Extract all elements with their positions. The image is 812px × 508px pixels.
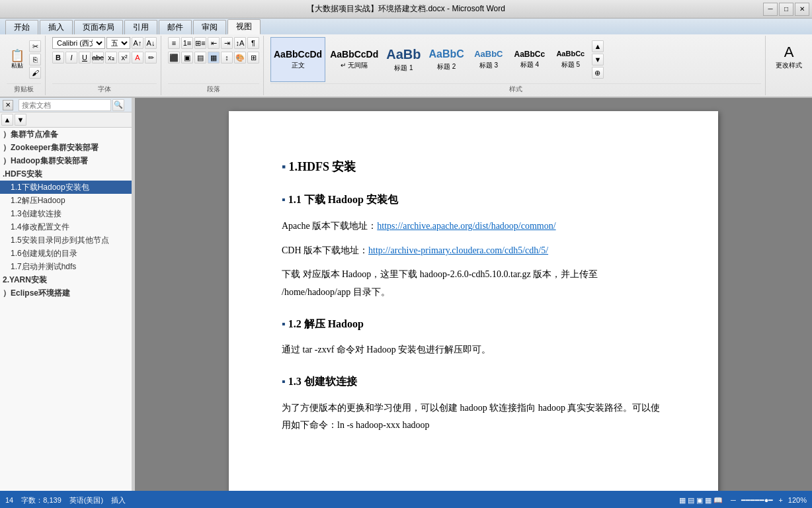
style-heading4[interactable]: AaBbCc 标题 4 bbox=[510, 37, 549, 82]
style-no-spacing-label: ↵ 无间隔 bbox=[341, 61, 368, 70]
style-heading1[interactable]: AaBb 标题 1 bbox=[383, 37, 424, 82]
doc-heading2-1: 1.1 下载 Hadoop 安装包 bbox=[282, 190, 665, 210]
nav-item-hdfs[interactable]: .HDFS安装 bbox=[0, 167, 132, 181]
nav-item-zookeeper[interactable]: ）Zookeeper集群安装部署 bbox=[0, 141, 132, 154]
close-button[interactable]: ✕ bbox=[795, 3, 809, 16]
nav-item-dirs[interactable]: 1.6创建规划的目录 bbox=[0, 247, 132, 260]
align-left-button[interactable]: ⬛ bbox=[168, 52, 180, 64]
style-heading1-label: 标题 1 bbox=[394, 64, 413, 73]
font-size-select[interactable]: 五号 bbox=[106, 37, 130, 49]
nav-item-extract-hadoop[interactable]: 1.2解压Hadoop bbox=[0, 194, 132, 207]
styles-scroll-down[interactable]: ▼ bbox=[592, 54, 604, 65]
align-right-button[interactable]: ▤ bbox=[194, 52, 206, 64]
copy-button[interactable]: ⎘ bbox=[29, 54, 41, 65]
status-bar: 14 字数：8,139 英语(美国) 插入 ▦ ▤ ▣ ▦ 📖 ─ ━━━━━●… bbox=[0, 491, 812, 508]
nav-item-hadoop-cluster[interactable]: ）Hadoop集群安装部署 bbox=[0, 154, 132, 167]
subscript-button[interactable]: x₂ bbox=[105, 52, 117, 64]
bold-button[interactable]: B bbox=[52, 52, 64, 64]
line-spacing-button[interactable]: ↕ bbox=[221, 52, 233, 64]
font-shrink-button[interactable]: A↓ bbox=[145, 37, 157, 49]
nav-item-yarn[interactable]: 2.YARN安装 bbox=[0, 273, 132, 286]
doc-para-extract: 通过 tar -zxvf 命令对 Hadoop 安装包进行解压即可。 bbox=[282, 341, 665, 359]
insert-mode[interactable]: 插入 bbox=[111, 495, 126, 505]
tab-references[interactable]: 引用 bbox=[124, 20, 157, 34]
zoom-out-button[interactable]: ─ bbox=[728, 496, 739, 504]
sidebar-toolbar: ▲ ▼ bbox=[0, 112, 132, 128]
highlight-button[interactable]: ✏ bbox=[145, 52, 157, 64]
tab-mailings[interactable]: 邮件 bbox=[159, 20, 192, 34]
nav-item-sync[interactable]: 1.5安装目录同步到其他节点 bbox=[0, 233, 132, 247]
multilevel-list-button[interactable]: ⊞≡ bbox=[194, 37, 206, 49]
maximize-button[interactable]: □ bbox=[779, 3, 793, 16]
italic-button[interactable]: I bbox=[65, 52, 77, 64]
font-group: Calibri (西文) 五号 A↑ A↓ B I U abc x₂ x² A bbox=[48, 36, 161, 95]
zoom-slider[interactable]: ━━━━━●━ bbox=[741, 496, 774, 505]
style-heading1-preview: AaBb bbox=[386, 46, 421, 62]
tab-view[interactable]: 视图 bbox=[227, 19, 261, 34]
styles-expand[interactable]: ⊕ bbox=[592, 67, 604, 79]
sidebar-close-button[interactable]: ✕ bbox=[3, 100, 13, 110]
nav-item-start-hdfs[interactable]: 1.7启动并测试hdfs bbox=[0, 260, 132, 273]
tab-insert[interactable]: 插入 bbox=[40, 20, 73, 34]
nav-item-symlink[interactable]: 1.3创建软连接 bbox=[0, 207, 132, 220]
format-painter-button[interactable]: 🖌 bbox=[29, 67, 41, 79]
sidebar-search-input[interactable] bbox=[19, 99, 111, 111]
style-heading5[interactable]: AaBbCc 标题 5 bbox=[551, 37, 590, 82]
sort-button[interactable]: ↕A bbox=[234, 37, 246, 49]
numbering-button[interactable]: 1≡ bbox=[181, 37, 193, 49]
sidebar-up-button[interactable]: ▲ bbox=[1, 114, 13, 126]
paragraph-group-label: 段落 bbox=[168, 83, 259, 94]
font-controls: Calibri (西文) 五号 A↑ A↓ B I U abc x₂ x² A bbox=[52, 37, 157, 82]
style-heading2-label: 标题 2 bbox=[437, 62, 456, 71]
superscript-button[interactable]: x² bbox=[118, 52, 130, 64]
style-heading3[interactable]: AaBbC 标题 3 bbox=[469, 37, 508, 82]
change-styles-label: 更改样式 bbox=[776, 61, 802, 70]
font-color-button[interactable]: A bbox=[132, 52, 143, 64]
tab-home[interactable]: 开始 bbox=[5, 20, 38, 34]
doc-heading1: 1.HDFS 安装 bbox=[282, 156, 665, 177]
zoom-level[interactable]: 120% bbox=[788, 496, 807, 504]
styles-scroll-up[interactable]: ▲ bbox=[592, 40, 604, 52]
decrease-indent-button[interactable]: ⇤ bbox=[208, 37, 220, 49]
nav-item-config[interactable]: 1.4修改配置文件 bbox=[0, 220, 132, 233]
nav-item-cluster[interactable]: ）集群节点准备 bbox=[0, 128, 132, 141]
cut-button[interactable]: ✂ bbox=[29, 40, 41, 52]
nav-item-download-hadoop[interactable]: 1.1下载Hadoop安装包 bbox=[0, 181, 132, 194]
doc-area: 1.HDFS 安装 1.1 下载 Hadoop 安装包 Apache 版本下载地… bbox=[135, 98, 812, 491]
style-normal[interactable]: AaBbCcDd 正文 bbox=[270, 37, 325, 82]
strikethrough-button[interactable]: abc bbox=[92, 52, 104, 64]
style-heading2[interactable]: AaBbC 标题 2 bbox=[425, 37, 467, 82]
paste-button[interactable]: 📋 粘贴 bbox=[7, 48, 28, 72]
font-name-select[interactable]: Calibri (西文) bbox=[52, 37, 105, 49]
ribbon-tabs: 开始 插入 页面布局 引用 邮件 审阅 视图 bbox=[0, 19, 812, 34]
justify-button[interactable]: ▦ bbox=[208, 52, 220, 64]
tab-review[interactable]: 审阅 bbox=[193, 20, 226, 34]
zoom-in-button[interactable]: + bbox=[776, 496, 785, 504]
clipboard-buttons: 📋 粘贴 ✂ ⎘ 🖌 bbox=[7, 37, 41, 82]
cdh-url-link[interactable]: http://archive-primary.cloudera.com/cdh5… bbox=[368, 245, 548, 255]
doc-para-apache-url: Apache 版本下载地址：https://archive.apache.org… bbox=[282, 218, 665, 235]
change-styles-icon: A bbox=[784, 44, 794, 61]
tab-page-layout[interactable]: 页面布局 bbox=[74, 20, 123, 34]
underline-button[interactable]: U bbox=[79, 52, 91, 64]
style-normal-preview: AaBbCcDd bbox=[274, 49, 322, 60]
ribbon-content: 📋 粘贴 ✂ ⎘ 🖌 剪贴板 Calibri (西文) 五 bbox=[0, 34, 812, 97]
sidebar-down-button[interactable]: ▼ bbox=[15, 114, 26, 126]
sidebar-search-button[interactable]: 🔍 bbox=[112, 99, 124, 111]
font-grow-button[interactable]: A↑ bbox=[132, 37, 143, 49]
bullets-button[interactable]: ≡ bbox=[168, 37, 180, 49]
apache-url-link[interactable]: https://archive.apache.org/dist/hadoop/c… bbox=[377, 221, 555, 231]
increase-indent-button[interactable]: ⇥ bbox=[221, 37, 233, 49]
shading-button[interactable]: 🎨 bbox=[234, 52, 246, 64]
doc-heading2-2: 1.2 解压 Hadoop bbox=[282, 315, 665, 334]
align-center-button[interactable]: ▣ bbox=[181, 52, 193, 64]
styles-group: AaBbCcDd 正文 AaBbCcDd ↵ 无间隔 AaBb 标题 1 AaB… bbox=[266, 36, 766, 95]
paragraph-group: ≡ 1≡ ⊞≡ ⇤ ⇥ ↕A ¶ ⬛ ▣ ▤ ▦ ↕ 🎨 ⊞ bbox=[164, 36, 264, 95]
minimize-button[interactable]: ─ bbox=[763, 3, 778, 16]
change-styles-button[interactable]: A 更改样式 bbox=[772, 37, 805, 77]
style-no-spacing[interactable]: AaBbCcDd ↵ 无间隔 bbox=[327, 37, 382, 82]
styles-scroll: ▲ ▼ ⊕ bbox=[592, 40, 604, 79]
nav-item-eclipse[interactable]: ）Eclipse环境搭建 bbox=[0, 286, 132, 300]
show-formatting-button[interactable]: ¶ bbox=[247, 37, 259, 49]
borders-button[interactable]: ⊞ bbox=[247, 52, 259, 64]
